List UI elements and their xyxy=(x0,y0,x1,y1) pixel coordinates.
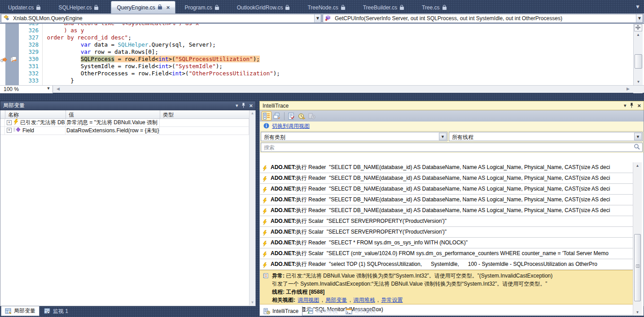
scroll-left-arrow[interactable]: ◀ xyxy=(57,87,60,91)
panel-tab--[interactable]: 局部变量 xyxy=(1,306,39,316)
chevron-down-icon[interactable]: ▼ xyxy=(636,14,643,22)
tab-queryengine-cs[interactable]: QueryEngine.cs× xyxy=(111,1,175,13)
scroll-up-arrow[interactable]: ▲ xyxy=(633,162,642,169)
cell-type[interactable] xyxy=(160,127,249,135)
panel-tab-intellitrace[interactable]: IntelliTrace xyxy=(259,306,302,316)
scroll-down-arrow[interactable]: ▼ xyxy=(634,79,643,85)
intellitrace-event-row[interactable]: ADO.NET:执行 Reader "SELECT * FROM sys.dm_… xyxy=(260,238,633,248)
calls-view-icon[interactable] xyxy=(272,111,282,121)
search-icon[interactable] xyxy=(634,143,640,151)
expand-icon[interactable]: + xyxy=(7,128,12,133)
panel-tab--1[interactable]: 监视 1 xyxy=(40,306,72,316)
timeline-icon[interactable] xyxy=(297,111,307,121)
expand-icon[interactable]: + xyxy=(7,120,12,125)
code-segment: >( xyxy=(168,63,175,69)
type-selector-dropdown[interactable]: Xnlab.SQLMon.QueryEngine ▼ xyxy=(1,14,321,23)
panel-tab--[interactable]: 即时窗口 xyxy=(342,306,380,316)
close-icon[interactable]: × xyxy=(637,103,641,108)
exception-thrown-icon xyxy=(13,119,18,126)
vertical-splitter[interactable] xyxy=(256,101,259,306)
close-icon[interactable]: × xyxy=(166,5,170,10)
chevron-down-icon[interactable]: ▼ xyxy=(439,133,447,140)
code-viewport[interactable]: 325 and record like '%<SystemHealth>%') … xyxy=(0,24,633,85)
tab-treebuilder-cs[interactable]: TreeBuilder.cs xyxy=(358,2,410,13)
cell-value[interactable]: 异常消息 = "无法将 DBNull.Value 强制 xyxy=(66,119,160,126)
settings-icon[interactable] xyxy=(286,111,296,121)
chevron-down-icon[interactable]: ▼ xyxy=(45,86,52,91)
line-number: 326 xyxy=(19,27,39,34)
intellitrace-event-row[interactable]: ADO.NET:执行 Scalar "SELECT (cntr_value/10… xyxy=(260,248,633,259)
tab-program-cs[interactable]: Program.cs xyxy=(179,2,225,13)
event-list-scrollbar[interactable]: ▲ ▼ xyxy=(633,162,642,316)
chevron-down-icon[interactable]: ▼ xyxy=(314,14,321,22)
cell-value[interactable]: DataRowExtensions.Field(row = {未知} xyxy=(66,127,160,135)
editor-scrollbar-thumb[interactable] xyxy=(635,54,642,69)
window-menu-caret-icon[interactable]: ▾ xyxy=(236,103,238,108)
line-number: 330 xyxy=(19,56,39,63)
intellitrace-event-row[interactable]: ADO.NET:执行 Reader "SELECT DB_NAME(databa… xyxy=(260,173,633,184)
event-list-scrollbar-thumb[interactable] xyxy=(634,234,641,301)
chevron-down-icon[interactable]: ▼ xyxy=(634,133,642,140)
table-row[interactable]: +已引发:"无法将 DB异常消息 = "无法将 DBNull.Value 强制 xyxy=(0,119,255,127)
intellitrace-event-row[interactable]: ADO.NET:执行 Reader "SELECT DB_NAME(databa… xyxy=(260,184,633,195)
editor-vertical-scrollbar[interactable]: ▲ ▼ xyxy=(633,24,643,85)
tab-outlookgridrow-cs[interactable]: OutlookGridRow.cs xyxy=(232,2,296,13)
locals-rows: +已引发:"无法将 DB异常消息 = "无法将 DBNull.Value 强制+… xyxy=(0,119,255,135)
member-selector-dropdown[interactable]: GetCPUInfo(ServerInfo Server, out int SQ… xyxy=(323,14,643,23)
intellitrace-event-row[interactable]: ADO.NET:执行 Reader "SELECT DB_NAME(databa… xyxy=(260,205,633,216)
window-menu-caret-icon[interactable]: ▾ xyxy=(624,103,626,108)
column-header-type[interactable]: 类型 xyxy=(160,110,250,118)
tab-label: TreeNode.cs xyxy=(307,4,338,11)
cell-name[interactable]: +Field xyxy=(5,127,66,135)
exception-event-selected[interactable]: 异常: 已引发:“无法将 DBNull.Value 强制转换为类型“System… xyxy=(260,270,633,304)
column-header-name[interactable]: 名称 xyxy=(5,110,66,118)
related-view-link[interactable]: 调用堆栈 xyxy=(353,297,375,303)
code-text: var row = data.Rows[0]; xyxy=(44,48,158,56)
ado-net-event-icon xyxy=(263,218,267,227)
locals-scrollbar[interactable]: ▲ ▼ xyxy=(249,110,255,305)
scroll-up-arrow[interactable]: ▲ xyxy=(634,32,643,38)
code-editor[interactable]: 325 and record like '%<SystemHealth>%') … xyxy=(0,24,644,93)
column-header-value[interactable]: 值 xyxy=(66,110,160,118)
pin-icon[interactable] xyxy=(630,103,634,109)
scroll-up-arrow[interactable]: ▲ xyxy=(250,110,255,116)
tab-sqlhelper-cs[interactable]: SQLHelper.cs xyxy=(53,2,105,13)
cell-name[interactable]: +已引发:"无法将 DB xyxy=(5,119,66,126)
editor-zoom-dropdown[interactable]: 100 % ▼ xyxy=(0,86,53,93)
pin-icon[interactable] xyxy=(241,103,245,109)
horizontal-splitter[interactable] xyxy=(0,93,644,101)
search-input[interactable] xyxy=(261,143,643,152)
category-filter-dropdown[interactable]: 所有类别 ▼ xyxy=(261,132,447,141)
tab-updater-cs[interactable]: Updater.cs xyxy=(3,2,47,13)
cell-type[interactable] xyxy=(160,119,249,126)
tab-list-dropdown-icon[interactable]: ▼ xyxy=(635,4,640,10)
event-category: ADO.NET: xyxy=(271,207,296,213)
intellitrace-event-row[interactable]: ADO.NET:执行 Reader "SELECT DB_NAME(databa… xyxy=(260,195,633,205)
scroll-right-arrow[interactable]: ▶ xyxy=(626,87,630,91)
ado-net-event-icon xyxy=(263,240,267,248)
line-number: 327 xyxy=(19,34,39,41)
events-view-icon[interactable] xyxy=(262,111,272,121)
intellitrace-event-row[interactable]: ADO.NET:执行 Reader "SELECT DB_NAME(databa… xyxy=(260,162,633,173)
code-line: 329 var row = data.Rows[0]; xyxy=(0,48,633,56)
row-gutter xyxy=(0,119,5,126)
tab-treenode-cs[interactable]: TreeNode.cs xyxy=(302,2,351,13)
thread-filter-dropdown[interactable]: 所有线程 ▼ xyxy=(449,132,643,141)
intellitrace-event-row[interactable]: ADO.NET:执行 Reader "select TOP (1) SQLPro… xyxy=(260,259,633,270)
code-segment: SystemIdle = row.Field< xyxy=(81,63,158,69)
related-view-link[interactable]: 调用视图 xyxy=(298,297,319,303)
scroll-down-arrow[interactable]: ▼ xyxy=(250,300,255,305)
switch-to-calls-view-link[interactable]: 切换到调用视图 xyxy=(272,122,310,130)
history-clock-icon[interactable] xyxy=(307,111,317,121)
panel-tab--[interactable]: 调用堆栈 xyxy=(303,306,341,316)
intellitrace-body: 切换到调用视图 所有类别 ▼ 所有线程 ▼ ADO.NET:执行 Reader … xyxy=(259,110,644,306)
related-view-link[interactable]: 局部变量 xyxy=(325,297,347,303)
close-icon[interactable]: × xyxy=(249,103,253,108)
tab-tree-cs[interactable]: Tree.cs xyxy=(416,2,453,13)
editor-split-handle[interactable] xyxy=(634,24,642,31)
intellitrace-event-row[interactable]: ADO.NET:执行 Scalar "SELECT SERVERPROPERTY… xyxy=(260,216,633,227)
intellitrace-event-row[interactable]: ADO.NET:执行 Scalar "SELECT SERVERPROPERTY… xyxy=(260,227,633,238)
related-view-link[interactable]: 异常设置 xyxy=(381,297,403,303)
code-segment: order by record_id desc" xyxy=(47,34,128,41)
table-row[interactable]: +FieldDataRowExtensions.Field(row = {未知} xyxy=(0,127,255,135)
